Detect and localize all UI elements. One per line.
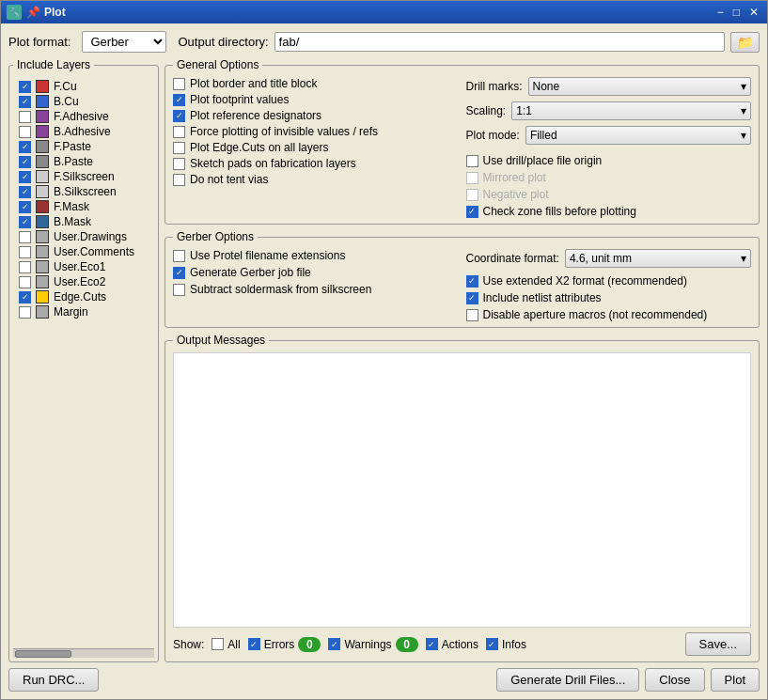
layer-item[interactable]: B.Cu	[17, 94, 150, 109]
layer-item[interactable]: User.Comments	[17, 244, 150, 259]
coord-format-select[interactable]: 4.6, unit mm ▾	[565, 249, 751, 268]
do-not-tent-option[interactable]: Do not tent vias	[173, 173, 459, 186]
layer-checkbox[interactable]	[19, 216, 31, 228]
subtract-soldermask-option[interactable]: Subtract soldermask from silkscreen	[173, 283, 459, 296]
use-extended-x2-option[interactable]: ✓ Use extended X2 format (recommended)	[466, 274, 752, 288]
layer-item[interactable]: User.Eco2	[17, 274, 150, 289]
layer-item[interactable]: User.Eco1	[17, 259, 150, 274]
plot-border-option[interactable]: Plot border and title block	[173, 77, 459, 90]
plot-footprint-option[interactable]: ✓ Plot footprint values	[173, 93, 459, 106]
format-select[interactable]: Gerber PostScript SVG DXF HPGL PDF	[83, 32, 165, 52]
warnings-filter[interactable]: ✓ Warnings 0	[328, 637, 417, 652]
generate-job-option[interactable]: ✓ Generate Gerber job file	[173, 266, 459, 279]
force-invisible-checkbox[interactable]	[173, 126, 185, 138]
generate-job-checkbox[interactable]: ✓	[173, 267, 185, 279]
scrollbar-thumb[interactable]	[15, 650, 71, 658]
minimize-button[interactable]: −	[714, 7, 727, 18]
plot-mode-label: Plot mode:	[466, 129, 520, 142]
plot-border-checkbox[interactable]	[173, 78, 185, 90]
force-invisible-option[interactable]: Force plotting of invisible values / ref…	[173, 125, 459, 138]
layer-item[interactable]: Margin	[17, 304, 150, 319]
layer-item[interactable]: B.Adhesive	[17, 124, 150, 139]
layer-checkbox[interactable]	[19, 306, 31, 319]
plot-window: 🔧 📌 Plot − □ ✕ Plot format: Gerber PostS…	[0, 0, 768, 700]
plot-button[interactable]: Plot	[711, 668, 760, 692]
infos-checkbox[interactable]: ✓	[486, 638, 498, 650]
layer-checkbox[interactable]	[19, 291, 31, 303]
use-protel-option[interactable]: Use Protel filename extensions	[173, 249, 459, 262]
plot-ref-label: Plot reference designators	[190, 109, 321, 122]
layer-color-swatch	[36, 185, 49, 198]
disable-aperture-checkbox[interactable]	[466, 309, 478, 321]
layers-scrollbar[interactable]	[13, 648, 154, 658]
plot-ref-option[interactable]: ✓ Plot reference designators	[173, 109, 459, 122]
mirrored-plot-checkbox[interactable]	[466, 172, 478, 184]
warnings-checkbox[interactable]: ✓	[328, 638, 340, 650]
layer-item[interactable]: B.Mask	[17, 214, 150, 229]
actions-filter[interactable]: ✓ Actions	[426, 638, 478, 651]
layer-item[interactable]: F.Paste	[17, 139, 150, 154]
layer-item[interactable]: B.Silkscreen	[17, 184, 150, 199]
output-dir-input[interactable]	[274, 32, 725, 52]
plot-edge-option[interactable]: Plot Edge.Cuts on all layers	[173, 141, 459, 154]
layer-item[interactable]: User.Drawings	[17, 229, 150, 244]
all-filter[interactable]: All	[212, 638, 240, 651]
all-checkbox[interactable]	[212, 638, 224, 650]
layer-item[interactable]: Edge.Cuts	[17, 289, 150, 304]
use-protel-checkbox[interactable]	[173, 250, 185, 262]
layer-color-swatch	[36, 200, 49, 213]
use-extended-x2-checkbox[interactable]: ✓	[466, 275, 478, 288]
include-netlist-option[interactable]: ✓ Include netlist attributes	[466, 291, 752, 304]
generate-drill-button[interactable]: Generate Drill Files...	[496, 668, 639, 692]
layer-checkbox[interactable]	[19, 186, 31, 198]
plot-ref-checkbox[interactable]: ✓	[173, 110, 185, 122]
layer-checkbox[interactable]	[19, 261, 31, 273]
infos-filter[interactable]: ✓ Infos	[486, 638, 526, 651]
layer-checkbox[interactable]	[19, 126, 31, 138]
layer-item[interactable]: F.Adhesive	[17, 109, 150, 124]
drill-marks-select[interactable]: None ▾	[528, 77, 752, 96]
actions-checkbox[interactable]: ✓	[426, 638, 438, 650]
layer-checkbox[interactable]	[19, 81, 31, 93]
layer-item[interactable]: B.Paste	[17, 154, 150, 169]
layer-checkbox[interactable]	[19, 246, 31, 258]
plot-edge-checkbox[interactable]	[173, 142, 185, 154]
run-drc-button[interactable]: Run DRC...	[8, 668, 99, 692]
do-not-tent-checkbox[interactable]	[173, 174, 185, 186]
sketch-pads-checkbox[interactable]	[173, 158, 185, 170]
use-drill-origin-checkbox[interactable]	[466, 155, 478, 167]
include-netlist-checkbox[interactable]: ✓	[466, 292, 478, 304]
negative-plot-checkbox[interactable]	[466, 189, 478, 201]
layer-color-swatch	[36, 290, 49, 303]
layer-item[interactable]: F.Silkscreen	[17, 169, 150, 184]
layer-item[interactable]: F.Mask	[17, 199, 150, 214]
plot-footprint-checkbox[interactable]: ✓	[173, 94, 185, 106]
subtract-soldermask-checkbox[interactable]	[173, 284, 185, 296]
errors-filter[interactable]: ✓ Errors 0	[248, 637, 321, 652]
sketch-pads-option[interactable]: Sketch pads on fabrication layers	[173, 157, 459, 170]
layer-checkbox[interactable]	[19, 96, 31, 108]
layer-checkbox[interactable]	[19, 201, 31, 213]
layer-checkbox[interactable]	[19, 111, 31, 123]
disable-aperture-option[interactable]: Disable aperture macros (not recommended…	[466, 308, 752, 321]
layer-checkbox[interactable]	[19, 231, 31, 243]
close-button-main[interactable]: Close	[645, 668, 704, 692]
use-drill-origin-option[interactable]: Use drill/place file origin	[466, 154, 752, 167]
layer-checkbox[interactable]	[19, 156, 31, 168]
coord-format-arrow: ▾	[741, 252, 746, 265]
layer-checkbox[interactable]	[19, 141, 31, 153]
browse-folder-button[interactable]: 📁	[730, 32, 760, 53]
scaling-select[interactable]: 1:1 ▾	[511, 101, 751, 120]
layer-color-swatch	[36, 155, 49, 168]
save-button[interactable]: Save...	[685, 632, 751, 656]
restore-button[interactable]: □	[730, 7, 743, 18]
plot-mode-select[interactable]: Filled ▾	[525, 126, 751, 145]
layer-checkbox[interactable]	[19, 276, 31, 288]
check-zone-fills-checkbox[interactable]: ✓	[466, 206, 478, 218]
errors-checkbox[interactable]: ✓	[248, 638, 260, 650]
close-button[interactable]: ✕	[746, 7, 761, 18]
layer-item[interactable]: F.Cu	[17, 79, 150, 94]
use-extended-x2-label: Use extended X2 format (recommended)	[483, 274, 687, 288]
layer-checkbox[interactable]	[19, 171, 31, 183]
check-zone-fills-option[interactable]: ✓ Check zone fills before plotting	[466, 205, 752, 218]
